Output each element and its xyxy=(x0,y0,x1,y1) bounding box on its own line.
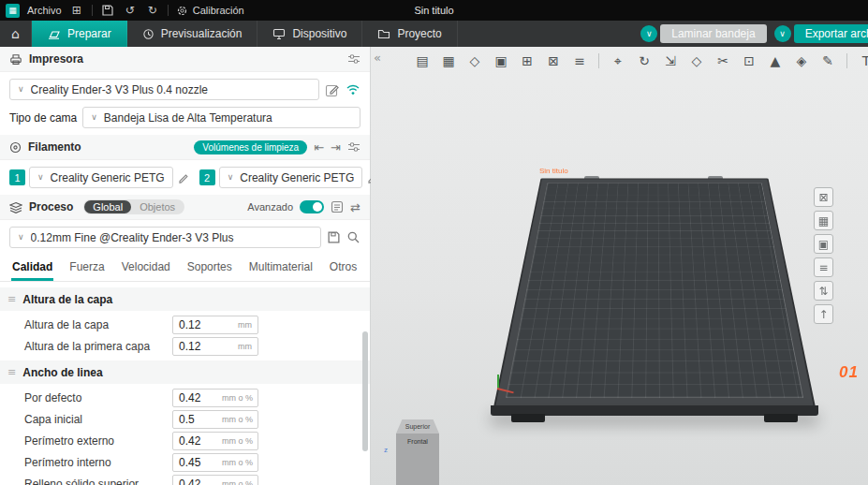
tab-multimaterial[interactable]: Multimaterial xyxy=(248,255,314,281)
undo-icon[interactable]: ↺ xyxy=(123,3,138,18)
param-value-field[interactable] xyxy=(179,478,222,485)
process-preset-select[interactable]: ∨ 0.12mm Fine @Creality Ender-3 V3 Plus xyxy=(9,227,321,248)
compare-presets-icon[interactable]: ⇄ xyxy=(350,201,360,213)
slice-dropdown-button[interactable]: ∨ xyxy=(640,25,657,42)
cube-top-face[interactable]: Superior xyxy=(396,419,439,434)
edit-filament-1-icon[interactable] xyxy=(177,171,190,184)
printer-select-value: Creality Ender-3 V3 Plus 0.4 nozzle xyxy=(31,83,208,96)
chevron-down-icon: ∨ xyxy=(18,233,24,242)
param-value-field[interactable] xyxy=(179,318,222,331)
filament-slot-1: 1 ∨ Creality Generic PETG xyxy=(9,167,190,188)
param-unit: mm o % xyxy=(222,436,253,446)
param-value-field[interactable] xyxy=(179,391,222,404)
tab-previsualizacion[interactable]: Previsualización xyxy=(127,21,258,47)
navigation-cube[interactable]: z Superior Frontal xyxy=(395,419,440,485)
group-bullet-icon: ≡ xyxy=(7,367,16,377)
plate-action-bar: ⊠ ▦ ▣ ≡ ⇅ ↑ xyxy=(814,187,833,324)
unload-filament-icon[interactable]: ⇥ xyxy=(331,141,341,154)
layer-height-input[interactable]: mm xyxy=(172,316,258,334)
settings-scrollbar[interactable] xyxy=(361,292,369,481)
search-preset-icon[interactable] xyxy=(346,230,360,244)
filament-slots-row: 1 ∨ Creality Generic PETG 2 ∨ Creality G… xyxy=(0,160,370,195)
filament-spool-icon xyxy=(9,141,22,154)
calibration-label: Calibración xyxy=(193,5,244,16)
printer-settings-icon[interactable] xyxy=(347,52,360,66)
tab-proyecto[interactable]: Proyecto xyxy=(362,21,457,47)
new-project-icon[interactable]: ⊞ xyxy=(69,3,84,18)
inner-wall-width-input[interactable]: mm o % xyxy=(172,453,258,472)
preset-row: ∨ 0.12mm Fine @Creality Ender-3 V3 Plus xyxy=(0,220,370,255)
bed-type-label: Tipo de cama xyxy=(9,111,77,125)
group-bullet-icon: ≡ xyxy=(7,294,16,304)
process-icon xyxy=(9,201,22,213)
printer-select[interactable]: ∨ Creality Ender-3 V3 Plus 0.4 nozzle xyxy=(9,79,319,100)
preview-icon xyxy=(142,28,154,40)
delete-plate-icon[interactable]: ⊠ xyxy=(814,187,833,207)
top-surface-width-input[interactable]: mm o % xyxy=(172,475,258,485)
filament-section-header[interactable]: Filamento Volúmenes de limpieza ⇤ ⇥ xyxy=(0,135,370,160)
axis-z-label: z xyxy=(384,446,388,454)
export-dropdown-button[interactable]: ∨ xyxy=(774,25,791,42)
process-section-header[interactable]: Proceso Global Objetos Avanzado ⇄ xyxy=(0,195,370,220)
tab-fuerza[interactable]: Fuerza xyxy=(68,255,105,281)
tab-label: Dispositivo xyxy=(292,27,346,40)
load-filament-icon[interactable]: ⇤ xyxy=(314,141,324,154)
printer-select-row: ∨ Creality Ender-3 V3 Plus 0.4 nozzle xyxy=(0,72,370,107)
bed-type-select[interactable]: ∨ Bandeja Lisa de Alta Temperatura xyxy=(82,107,360,128)
group-header-ancho[interactable]: ≡ Ancho de linea xyxy=(0,360,370,384)
add-plate-icon[interactable]: ▤ xyxy=(412,51,433,71)
wifi-icon[interactable] xyxy=(346,83,360,96)
text-tool-icon[interactable]: T xyxy=(856,51,868,71)
calibration-button[interactable]: Calibración xyxy=(176,5,244,17)
tab-calidad[interactable]: Calidad xyxy=(11,255,53,281)
tab-preparar[interactable]: Preparar xyxy=(32,21,127,47)
tab-velocidad[interactable]: Velocidad xyxy=(121,255,171,281)
export-file-button[interactable]: Exportar archivo xyxy=(794,24,868,43)
save-icon[interactable] xyxy=(100,3,115,18)
group-header-altura[interactable]: ≡ Altura de la capa xyxy=(0,287,370,311)
filament-2-select[interactable]: ∨ Creality Generic PETG xyxy=(219,167,363,188)
collapse-sidebar-button[interactable]: « xyxy=(374,51,381,64)
home-button[interactable]: ⌂ xyxy=(0,21,32,47)
arrange-plate-icon[interactable]: ▦ xyxy=(814,211,833,230)
filament-1-value: Creality Generic PETG xyxy=(51,171,165,184)
scope-objects-pill[interactable]: Objetos xyxy=(131,200,184,213)
redo-icon[interactable]: ↻ xyxy=(145,3,160,18)
cube-front-face[interactable]: Frontal xyxy=(396,434,439,485)
outer-wall-width-input[interactable]: mm o % xyxy=(172,432,258,450)
build-plate[interactable] xyxy=(493,179,816,407)
process-preset-value: 0.12mm Fine @Creality Ender-3 V3 Plus xyxy=(31,231,234,244)
filament-1-select[interactable]: ∨ Creality Generic PETG xyxy=(29,167,173,188)
archivo-menu[interactable]: Archivo xyxy=(27,5,62,16)
param-value-field[interactable] xyxy=(179,413,222,426)
viewport-3d[interactable]: « ▤ ▦ ◇ ▣ ⊞ ⊠ ≡ ⌖ ↻ ⇲ ◇ ✂ ⊡ ▲ ◈ ✎ T ↔ ⊕ … xyxy=(371,47,868,485)
first-layer-height-input[interactable]: mm xyxy=(172,337,258,356)
initial-layer-width-input[interactable]: mm o % xyxy=(172,410,258,429)
param-value-field[interactable] xyxy=(179,340,222,353)
auto-arrange-icon[interactable]: ▦ xyxy=(438,51,459,71)
printer-icon xyxy=(9,53,22,66)
scope-global-pill[interactable]: Global xyxy=(84,200,131,213)
param-value-field[interactable] xyxy=(179,434,222,448)
save-preset-icon[interactable] xyxy=(327,230,341,244)
printer-section-header[interactable]: Impresora xyxy=(0,47,370,72)
scrollbar-thumb[interactable] xyxy=(362,331,368,451)
lift-plate-icon[interactable]: ↑ xyxy=(814,304,833,324)
preset-list-icon[interactable] xyxy=(331,200,344,213)
tab-soportes[interactable]: Soportes xyxy=(186,255,233,281)
advanced-toggle[interactable] xyxy=(300,200,324,213)
tab-otros[interactable]: Otros xyxy=(329,255,358,281)
slice-plate-button[interactable]: Laminar bandeja xyxy=(660,24,766,43)
default-line-width-input[interactable]: mm o % xyxy=(172,389,258,407)
plate-image-icon[interactable]: ▣ xyxy=(814,234,833,254)
filament-2-badge[interactable]: 2 xyxy=(199,169,215,185)
plate-settings-icon[interactable]: ≡ xyxy=(814,257,833,277)
flush-volumes-button[interactable]: Volúmenes de limpieza xyxy=(194,140,307,154)
tab-dispositivo[interactable]: Dispositivo xyxy=(257,21,362,47)
filament-1-badge[interactable]: 1 xyxy=(9,169,25,185)
filament-settings-icon[interactable] xyxy=(347,140,360,154)
scope-toggle: Global Objetos xyxy=(83,199,184,214)
param-value-field[interactable] xyxy=(179,456,222,469)
swap-plate-icon[interactable]: ⇅ xyxy=(814,281,833,301)
edit-printer-icon[interactable] xyxy=(325,82,340,97)
